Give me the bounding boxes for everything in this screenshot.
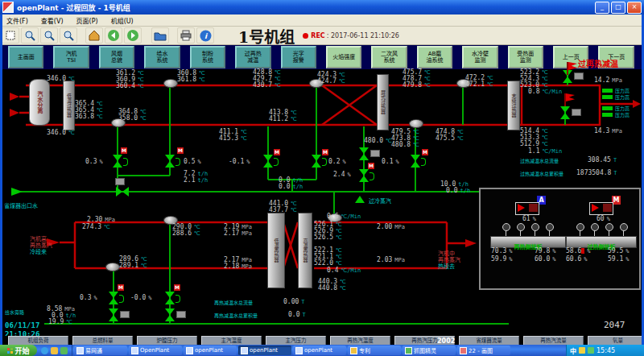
- damper-drive-icon[interactable]: [576, 223, 584, 231]
- actuator-box-icon: [572, 109, 581, 116]
- temp-value: 288.6℃: [172, 230, 200, 237]
- spray-valve[interactable]: [263, 155, 273, 168]
- tray-icon[interactable]: [579, 347, 585, 354]
- spray-valve[interactable]: [411, 155, 420, 168]
- taskbar-item-active[interactable]: openPlant: [238, 346, 291, 355]
- tab-waterwall[interactable]: 水冷壁监测: [462, 46, 497, 68]
- temp-value: 415.3℃: [219, 135, 247, 142]
- quality-flag: [581, 248, 584, 254]
- vent-valve[interactable]: [560, 106, 570, 119]
- tab-annunciator[interactable]: 光字报警: [281, 46, 316, 68]
- sh-spray-flow-label: 过热减温水总流量: [520, 158, 559, 164]
- temp-value: 526.5℃: [314, 234, 342, 241]
- taskbar-item[interactable]: openPlant: [293, 346, 346, 355]
- task-icon: [186, 347, 193, 354]
- window-title: openPlant - 过程回放 - 1号机组: [17, 2, 593, 13]
- tab-sh-rh-spray[interactable]: 过再热减温: [235, 46, 270, 68]
- maximize-button[interactable]: □: [611, 2, 625, 14]
- spray-valve[interactable]: [165, 155, 175, 168]
- damper-pct-value: 59.5%: [608, 248, 629, 255]
- temp-value: 472.1℃: [465, 81, 493, 88]
- tab-heating-surface[interactable]: 受热面监测: [508, 46, 543, 68]
- tab-flame-intensity[interactable]: 火焰强度: [326, 46, 361, 68]
- menu-unit[interactable]: 机组(U): [105, 16, 140, 25]
- tab-ab-mill-oil[interactable]: AB磨油系统: [417, 46, 452, 68]
- platen-superheater: 屏式过热器: [377, 74, 389, 130]
- close-button[interactable]: ×: [627, 2, 642, 14]
- tab-main[interactable]: 主画面: [8, 46, 43, 68]
- tab-pulverizer[interactable]: 制粉系统: [190, 46, 225, 68]
- tab-feedwater[interactable]: 给水系统: [144, 46, 180, 68]
- actuator-box-icon: [176, 311, 186, 318]
- home-icon[interactable]: [85, 27, 103, 43]
- m-badge: M: [121, 147, 127, 154]
- temp-value: 289.1℃: [119, 263, 147, 269]
- low-temp-superheater: 低温过热器: [63, 81, 75, 130]
- tray-clock[interactable]: 15:45: [597, 347, 615, 354]
- menu-file[interactable]: 文件(F): [0, 16, 35, 25]
- block-valve[interactable]: [359, 147, 369, 160]
- app-shortcut-icon[interactable]: [60, 347, 68, 354]
- menu-view[interactable]: 查看(V): [35, 16, 70, 25]
- taskbar-item[interactable]: 易网通: [74, 346, 127, 355]
- taskbar-item[interactable]: 22 - 画图: [457, 346, 510, 355]
- rh-block-valve[interactable]: [109, 308, 118, 321]
- high-temp-reheater: 高温再热器: [298, 213, 312, 288]
- rh-block-valve[interactable]: [165, 308, 175, 321]
- open-folder-icon[interactable]: [151, 27, 169, 43]
- final-superheater: 末级过热器: [507, 81, 520, 130]
- tab-air-flue[interactable]: 风烟总貌: [99, 46, 134, 68]
- alarm-code: 2002: [437, 337, 455, 345]
- eco-outlet-valve[interactable]: [116, 187, 129, 197]
- zoom-in-icon[interactable]: [21, 27, 39, 43]
- m-badge: M: [322, 149, 328, 155]
- back-icon[interactable]: [105, 27, 122, 43]
- zoom-out-icon[interactable]: [40, 27, 58, 43]
- damper-position-gauge-icon: [589, 202, 613, 215]
- damper-drive-icon[interactable]: [605, 223, 613, 231]
- print-icon[interactable]: [177, 27, 195, 43]
- damper-drive-icon[interactable]: [591, 223, 599, 231]
- damper-pct-value: 60.6%: [566, 256, 587, 263]
- damper-drive-icon[interactable]: [517, 223, 525, 231]
- info-icon[interactable]: i: [196, 27, 214, 43]
- ie-icon[interactable]: [41, 347, 48, 354]
- taskbar-item[interactable]: openPlant: [184, 346, 237, 355]
- tab-turbine-tsi[interactable]: 汽机TSI: [53, 46, 89, 68]
- folder-icon[interactable]: [51, 347, 58, 354]
- m-badge: M: [174, 284, 180, 291]
- start-button[interactable]: 开始: [0, 345, 37, 356]
- spray-valve[interactable]: [312, 155, 321, 168]
- spray-valve[interactable]: [113, 155, 122, 168]
- flow-total-value: 308.45T: [588, 157, 617, 164]
- damper-drive-icon[interactable]: [531, 223, 539, 231]
- tray-icon[interactable]: [588, 347, 594, 354]
- quick-launch: [37, 345, 72, 356]
- taskbar-item[interactable]: OpenPlant: [129, 346, 182, 355]
- ime-indicator[interactable]: 中: [570, 346, 576, 355]
- actuator-icon: [322, 158, 327, 166]
- flow-value: 2.1t/h: [184, 177, 208, 184]
- select-tool-icon[interactable]: [2, 27, 19, 43]
- taskbar-item[interactable]: 专利: [348, 346, 401, 355]
- task-icon: [76, 347, 84, 354]
- minimize-button[interactable]: _: [595, 2, 609, 14]
- tab-secondary-air[interactable]: 二次风系统: [371, 46, 407, 68]
- actuator-icon: [119, 295, 124, 303]
- rh-spray-valve[interactable]: [165, 292, 175, 304]
- unit-page-title: 1号机组: [238, 25, 295, 47]
- spray-valve[interactable]: [359, 169, 369, 182]
- temp-value: 360.4℃: [116, 83, 144, 89]
- damper-drive-icon[interactable]: [620, 223, 628, 231]
- forward-icon[interactable]: [124, 27, 142, 43]
- damper-position-gauge-icon: [515, 202, 539, 215]
- m-badge: M: [274, 149, 280, 155]
- damper-drive-icon[interactable]: [546, 223, 554, 231]
- rh-spray-valve[interactable]: [109, 292, 118, 304]
- menu-page[interactable]: 页面(P): [70, 16, 105, 25]
- damper-drive-icon[interactable]: [502, 223, 510, 231]
- damper-position-value: 60%: [597, 216, 610, 222]
- rate-value: 1.1℃/Min: [528, 148, 562, 155]
- taskbar-item[interactable]: 抓图精灵: [402, 346, 456, 355]
- zoom-reset-icon[interactable]: [60, 27, 77, 43]
